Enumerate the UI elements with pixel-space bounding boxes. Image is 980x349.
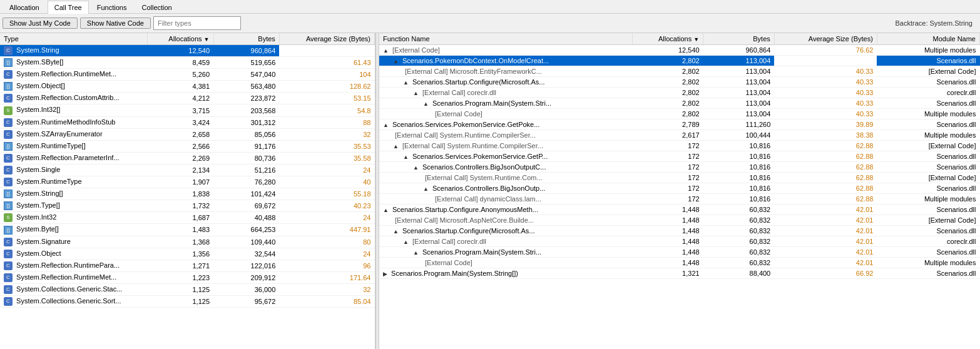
left-row-name[interactable]: C System.Reflection.RuntimePara... [0, 260, 148, 271]
right-row-alloc: 2,789 [632, 119, 703, 130]
tree-arrow[interactable]: ▲ [403, 239, 409, 245]
right-row-name[interactable]: ▲ [External Call] coreclr.dll [379, 236, 632, 247]
left-row-bytes: 69,672 [213, 200, 279, 212]
tab-calltree[interactable]: Call Tree [48, 1, 89, 14]
col-r-allocations[interactable]: Allocations ▼ [632, 33, 703, 45]
right-row-name[interactable]: ▲ Scenarios.Services.PokemonService.GetP… [379, 151, 632, 162]
right-row-avg: 40.33 [774, 88, 877, 98]
left-row-name[interactable]: C System.Reflection.CustomAttrib... [0, 93, 148, 104]
left-row-name[interactable]: C System.Collections.Generic.Sort... [0, 295, 148, 307]
right-row-name[interactable]: [External Call] System.Runtime.Com... [379, 173, 632, 183]
right-row-name[interactable]: [External Call] dynamicClass.lam... [379, 194, 632, 205]
right-row-name[interactable]: ▲ Scenarios.Program.Main(System.Stri... [379, 98, 632, 109]
right-row-name[interactable]: ▲ Scenarios.Startup.Configure(Microsoft.… [379, 226, 632, 236]
right-row-name[interactable]: [External Code] [379, 109, 632, 119]
show-just-code-button[interactable]: Show Just My Code [3, 18, 78, 29]
right-row-avg: 62.88 [774, 173, 877, 183]
left-row-avg: 54.8 [279, 104, 374, 116]
right-row-bytes: 60,832 [703, 215, 775, 226]
tree-arrow[interactable]: ▶ [383, 271, 387, 277]
right-row-name[interactable]: ▲ Scenarios.Controllers.BigJsonOutputC..… [379, 162, 632, 173]
left-row-avg: 35.53 [279, 140, 374, 152]
left-row-alloc: 12,540 [148, 45, 213, 57]
tree-arrow[interactable]: ▲ [393, 143, 399, 149]
right-row-name[interactable]: ▲ Scenarios.Program.Main(System.Stri... [379, 247, 632, 258]
left-row-name[interactable]: C System.Reflection.RuntimeMet... [0, 69, 148, 81]
tree-arrow[interactable]: ▲ [413, 250, 419, 256]
left-row-avg: 55.18 [279, 188, 374, 200]
left-row-name[interactable]: [] System.Type[] [0, 200, 148, 212]
left-row-bytes: 32,544 [213, 248, 279, 260]
left-row-avg: 76.62 [279, 45, 374, 57]
left-row-name[interactable]: C System.RuntimeType [0, 176, 148, 188]
right-row-module: Multiple modules [877, 258, 979, 268]
right-row-name[interactable]: ▲ [External Code] [379, 45, 632, 56]
right-row-name[interactable]: ▲ Scenarios.Controllers.BigJsonOutp... [379, 183, 632, 194]
left-row-bytes: 563,480 [213, 81, 279, 93]
tab-functions[interactable]: Functions [90, 1, 134, 14]
filter-input[interactable] [153, 16, 241, 30]
tree-arrow[interactable]: ▲ [423, 186, 429, 192]
tree-arrow[interactable]: ▲ [413, 90, 419, 96]
left-row-name[interactable]: [] System.String[] [0, 188, 148, 200]
right-row-name[interactable]: ▲ [External Call] System.Runtime.Compile… [379, 141, 632, 151]
left-row-avg: 447.91 [279, 224, 374, 236]
left-row-name[interactable]: C System.Signature [0, 236, 148, 248]
right-row-bytes: 88,400 [703, 268, 775, 279]
right-row-name[interactable]: [External Code] [379, 258, 632, 268]
right-row-bytes: 10,816 [703, 183, 775, 194]
show-native-button[interactable]: Show Native Code [80, 18, 151, 29]
right-row-module: coreclr.dll [877, 88, 979, 98]
left-row-alloc: 2,269 [148, 152, 213, 164]
tree-arrow[interactable]: ▲ [403, 154, 409, 160]
left-row-name[interactable]: C System.RuntimeMethodInfoStub [0, 116, 148, 128]
tree-arrow[interactable]: ▲ [383, 122, 389, 128]
left-row-name[interactable]: C System.String [0, 45, 148, 57]
right-row-name[interactable]: ▲ Scenarios.Startup.Configure.AnonymousM… [379, 205, 632, 215]
right-row-name[interactable]: ▲ Scenarios.Startup.Configure(Microsoft.… [379, 77, 632, 88]
tree-arrow[interactable]: ▲ [423, 101, 429, 107]
left-row-name[interactable]: [] System.Object[] [0, 81, 148, 93]
left-row-name[interactable]: C System.Reflection.ParameterInf... [0, 152, 148, 164]
right-row-name[interactable]: [External Call] Microsoft.AspNetCore.Bui… [379, 215, 632, 226]
left-row-avg: 35.58 [279, 152, 374, 164]
tab-collection[interactable]: Collection [135, 1, 178, 14]
right-row-bytes: 60,832 [703, 236, 775, 247]
left-row-name[interactable]: S System.Int32 [0, 212, 148, 224]
right-row-avg: 42.01 [774, 247, 877, 258]
tree-arrow[interactable]: ▲ [383, 207, 389, 213]
right-row-bytes: 60,832 [703, 205, 775, 215]
left-row-name[interactable]: [] System.SByte[] [0, 57, 148, 69]
right-row-avg: 76.62 [774, 45, 877, 56]
right-row-name[interactable]: ▲ Scenarios.Services.PokemonService.GetP… [379, 119, 632, 130]
left-row-name[interactable]: [] System.Byte[] [0, 224, 148, 236]
tree-arrow[interactable]: ▲ [393, 58, 399, 64]
right-row-name[interactable]: ▲ [External Call] coreclr.dll [379, 88, 632, 98]
right-row-alloc: 2,802 [632, 66, 703, 77]
left-row-bytes: 40,488 [213, 212, 279, 224]
left-row-name[interactable]: C System.Single [0, 164, 148, 176]
right-row-name[interactable]: ▲ Scenarios.PokemonDbContext.OnModelCrea… [379, 56, 632, 66]
right-row-name[interactable]: ▶ Scenarios.Program.Main(System.String[]… [379, 268, 632, 279]
left-row-name[interactable]: C System.Reflection.RuntimeMet... [0, 271, 148, 283]
right-row-name[interactable]: [External Call] Microsoft.EntityFramewor… [379, 66, 632, 77]
right-row-name[interactable]: [External Call] System.Runtime.CompilerS… [379, 130, 632, 141]
left-row-name[interactable]: [] System.RuntimeType[] [0, 140, 148, 152]
tree-arrow[interactable]: ▲ [413, 164, 419, 171]
tab-allocation[interactable]: Allocation [3, 1, 46, 14]
tree-arrow[interactable]: ▲ [383, 48, 389, 54]
left-row-name[interactable]: C System.SZArrayEnumerator [0, 128, 148, 140]
right-row-bytes: 60,832 [703, 258, 775, 268]
left-table: Type Allocations ▼ Bytes Average Size (B… [0, 33, 375, 308]
left-row-name[interactable]: C System.Object [0, 248, 148, 260]
right-row-bytes: 10,816 [703, 151, 775, 162]
tree-arrow[interactable]: ▲ [403, 79, 409, 86]
col-function-name: Function Name [379, 33, 632, 45]
left-row-avg: 104 [279, 69, 374, 81]
left-row-name[interactable]: C System.Collections.Generic.Stac... [0, 283, 148, 295]
col-allocations[interactable]: Allocations ▼ [148, 33, 213, 45]
left-row-name[interactable]: S System.Int32[] [0, 104, 148, 116]
right-row-avg: 40.33 [774, 77, 877, 88]
tree-arrow[interactable]: ▲ [393, 228, 399, 235]
left-row-alloc: 4,212 [148, 93, 213, 104]
